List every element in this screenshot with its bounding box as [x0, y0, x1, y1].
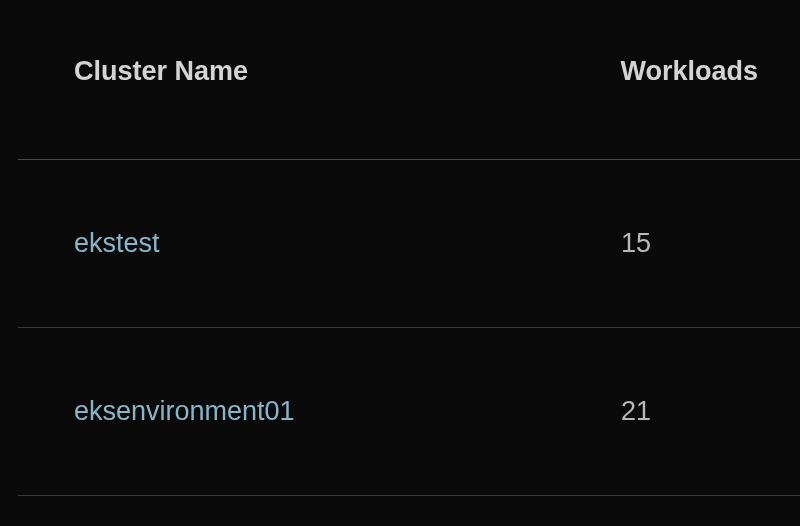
column-header-workloads[interactable]: Workloads	[554, 56, 800, 87]
workload-count: 21	[554, 396, 800, 427]
cluster-name-link[interactable]: eksenvironment01	[74, 396, 554, 427]
cluster-table: Cluster Name Workloads ekstest 15 eksenv…	[0, 0, 800, 496]
table-header-row: Cluster Name Workloads	[18, 0, 800, 160]
workload-count: 15	[554, 228, 800, 259]
cluster-name-link[interactable]: ekstest	[74, 228, 554, 259]
table-row: ekstest 15	[18, 160, 800, 328]
table-row: eksenvironment01 21	[18, 328, 800, 496]
column-header-cluster-name[interactable]: Cluster Name	[74, 56, 554, 87]
